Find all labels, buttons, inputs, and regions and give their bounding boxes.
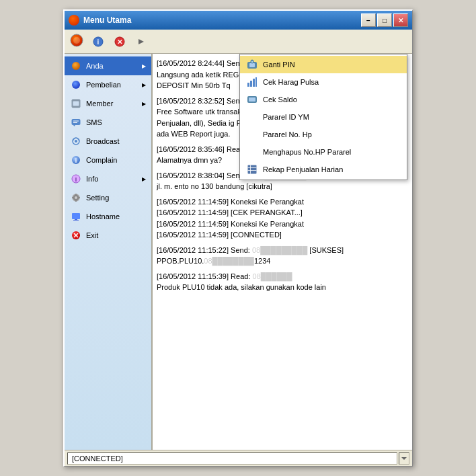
pararel-id-ym-icon (245, 110, 259, 124)
toolbar-arrow-button[interactable] (132, 33, 151, 50)
svg-rect-29 (73, 220, 79, 221)
menghapus-icon (245, 145, 259, 159)
main-window: Menu Utama − □ ✕ (63, 9, 413, 467)
member-icon (70, 97, 82, 110)
svg-text:i: i (97, 38, 100, 46)
exit-icon (70, 229, 82, 241)
log-entry-5: [16/05/2012 11:14:59] Koneksi Ke Perangk… (157, 196, 408, 241)
main-content: Anda ▶ Pembelian ▶ (65, 54, 412, 450)
toolbar-icon (67, 33, 86, 50)
close-button[interactable]: ✕ (393, 13, 408, 27)
complain-icon: i (70, 154, 82, 166)
sidebar-item-anda[interactable]: Anda ▶ (65, 56, 151, 75)
sidebar-menu: Anda ▶ Pembelian ▶ (65, 54, 152, 450)
svg-point-22 (75, 196, 77, 199)
info-icon: i (70, 173, 82, 185)
sidebar-item-pembelian[interactable]: Pembelian ▶ (65, 75, 151, 94)
submenu-item-cek-harag[interactable]: Cek Harag Pulsa (240, 73, 407, 91)
info-arrow: ▶ (142, 176, 146, 182)
toolbar-info-button[interactable]: i (89, 33, 108, 50)
sidebar-item-complain[interactable]: i Complain (65, 151, 151, 169)
sidebar-label-exit: Exit (86, 231, 146, 239)
menghapus-label: Menghapus No.HP Pararel (263, 148, 351, 156)
submenu-item-menghapus[interactable]: Menghapus No.HP Pararel (240, 143, 407, 161)
svg-point-36 (251, 61, 253, 63)
setting-icon (70, 192, 82, 204)
title-bar: Menu Utama − □ ✕ (65, 11, 412, 30)
sidebar-label-complain: Complain (86, 156, 146, 164)
sidebar-label-pembelian: Pembelian (86, 81, 142, 89)
title-bar-buttons: − □ ✕ (361, 13, 408, 27)
cek-harag-icon (245, 75, 259, 89)
svg-rect-23 (75, 194, 77, 196)
anda-submenu: Ganti PIN Cek Harag Pulsa (239, 54, 407, 180)
pararel-id-ym-label: Pararel ID YM (263, 113, 309, 121)
svg-rect-43 (248, 165, 257, 174)
sidebar-item-setting[interactable]: Setting (65, 188, 151, 207)
anda-icon (70, 60, 82, 72)
sidebar-label-member: Member (86, 100, 142, 108)
log-entry-6: [16/05/2012 11:15:22] Send: 08█████████ … (157, 245, 408, 267)
svg-marker-47 (401, 457, 407, 460)
sidebar-item-broadcast[interactable]: Broadcast (65, 132, 151, 151)
svg-rect-37 (247, 83, 249, 87)
svg-point-7 (72, 62, 80, 70)
rekap-icon (245, 163, 259, 176)
pararel-no-hp-icon (245, 128, 259, 141)
submenu-item-cek-saldo[interactable]: Cek Saldo (240, 91, 407, 108)
pararel-no-hp-label: Pararel No. Hp (263, 130, 312, 138)
svg-rect-39 (253, 79, 255, 87)
cek-saldo-icon (245, 93, 259, 106)
status-bar: [CONNECTED] (65, 450, 412, 466)
maximize-button[interactable]: □ (377, 13, 392, 27)
toolbar-close-button[interactable]: ✕ (110, 33, 129, 50)
hostname-icon (70, 210, 82, 223)
svg-rect-10 (73, 102, 79, 106)
rekap-label: Rekap Penjualan Harian (263, 165, 343, 173)
svg-rect-24 (75, 200, 77, 202)
svg-text:i: i (75, 176, 77, 183)
sidebar-label-info: Info (86, 175, 142, 183)
svg-point-1 (73, 37, 80, 44)
sidebar-label-sms: SMS (86, 118, 146, 126)
app-icon (69, 15, 79, 26)
svg-rect-25 (72, 197, 74, 198)
svg-point-16 (75, 140, 77, 143)
status-panel: [CONNECTED] (67, 452, 397, 465)
sidebar-item-exit[interactable]: Exit (65, 226, 151, 245)
sidebar-item-info[interactable]: i Info ▶ (65, 169, 151, 188)
sidebar-item-member[interactable]: Member ▶ (65, 94, 151, 113)
svg-point-8 (72, 81, 80, 89)
sidebar-label-setting: Setting (86, 194, 146, 202)
svg-rect-26 (78, 197, 80, 198)
cek-saldo-label: Cek Saldo (263, 95, 297, 104)
submenu-item-ganti-pin[interactable]: Ganti PIN (240, 56, 407, 73)
svg-rect-38 (250, 81, 252, 87)
svg-text:✕: ✕ (117, 38, 122, 46)
sidebar-item-hostname[interactable]: Hostname (65, 207, 151, 226)
svg-rect-27 (72, 213, 80, 219)
member-arrow: ▶ (142, 101, 146, 107)
status-text: [CONNECTED] (72, 454, 123, 463)
svg-rect-11 (72, 119, 81, 125)
log-entry-7: [16/05/2012 11:15:39] Read: 08██████ Pro… (157, 271, 408, 293)
sidebar-label-hostname: Hostname (86, 212, 146, 221)
minimize-button[interactable]: − (361, 13, 376, 27)
submenu-item-pararel-no-hp[interactable]: Pararel No. Hp (240, 126, 407, 143)
sidebar-item-sms[interactable]: SMS (65, 113, 151, 132)
submenu-item-rekap[interactable]: Rekap Penjualan Harian (240, 161, 407, 178)
sms-icon (70, 116, 82, 128)
svg-rect-34 (249, 63, 255, 67)
svg-marker-6 (138, 39, 144, 44)
svg-rect-42 (249, 97, 255, 102)
anda-arrow: ▶ (142, 63, 146, 69)
svg-marker-12 (73, 125, 75, 126)
svg-text:i: i (75, 157, 77, 164)
submenu-item-pararel-id-ym[interactable]: Pararel ID YM (240, 108, 407, 126)
svg-rect-40 (255, 77, 257, 87)
ganti-pin-icon (245, 58, 259, 71)
ganti-pin-label: Ganti PIN (263, 61, 295, 69)
scrollbar-btn[interactable] (399, 452, 409, 465)
toolbar: i ✕ (65, 30, 412, 54)
pembelian-arrow: ▶ (142, 82, 146, 88)
